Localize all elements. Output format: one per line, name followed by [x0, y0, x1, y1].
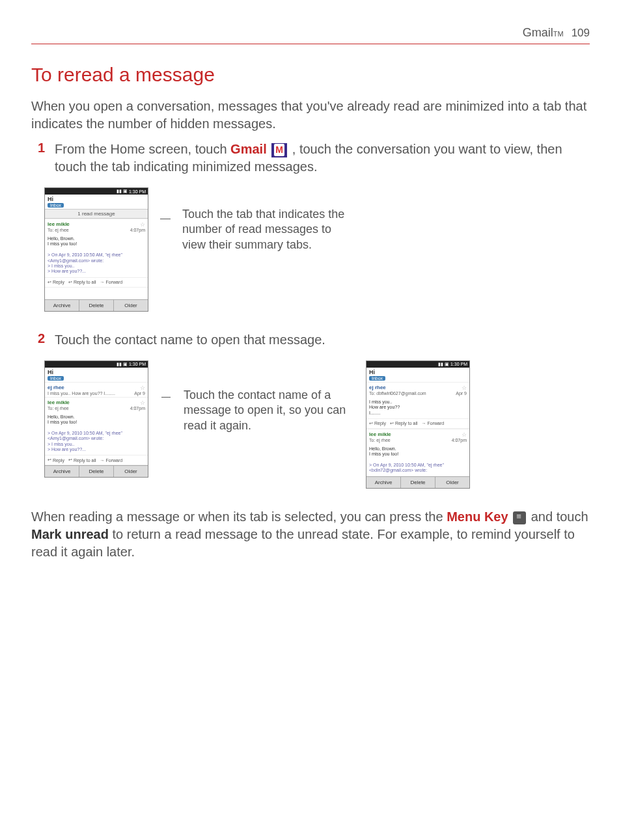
archive-button-2[interactable]: Archive [45, 466, 79, 477]
msg3-time: 4:07pm [452, 438, 467, 442]
reply-arrow-icon-3a: ↩ [369, 421, 373, 426]
msg2-snippet: I miss you.. How are you?? I........ [48, 391, 115, 396]
bottom-buttons-3: Archive Delete Older [366, 476, 469, 488]
step-1: 1 From the Home screen, touch Gmail , to… [38, 141, 590, 176]
figure-row-2: ▮▮ ▣ 1:30 PM Hi Inbox ej rhee ☆ I miss y… [44, 360, 590, 489]
status-time-3: 1:30 PM [450, 362, 467, 366]
msg3-from-a: ej rhee [369, 385, 462, 390]
reply-button-2[interactable]: ↩Reply [48, 457, 64, 463]
msg3-date: Apr 9 [456, 391, 467, 396]
msg3-body-b: Hello, Brown. I miss you too! > On Apr 9… [366, 444, 469, 476]
reply-all-arrow-icon-3a: ↩ [390, 421, 394, 426]
intro-paragraph: When you open a conversation, messages t… [31, 98, 590, 133]
closing-menu-key-label: Menu Key [447, 509, 508, 524]
leader-line-1 [160, 219, 171, 219]
step-2-number: 2 [38, 331, 52, 349]
leader-line-2 [161, 397, 171, 398]
inbox-tag-3: Inbox [369, 376, 385, 381]
header-tm: TM [553, 30, 564, 38]
section-title: To reread a message [31, 64, 590, 86]
msg2-from-b: lee mikle [48, 400, 140, 405]
reply-arrow-icon: ↩ [48, 280, 51, 285]
reply-all-button[interactable]: ↩Reply to all [68, 280, 96, 285]
older-button[interactable]: Older [114, 300, 148, 311]
msg3-to-b: To: ej rhee [369, 438, 391, 442]
subject-line-3: Hi [366, 368, 469, 375]
reply-arrow-icon-2: ↩ [48, 457, 51, 463]
star-icon-2b[interactable]: ☆ [140, 400, 145, 406]
msg3-actions-a: ↩Reply ↩Reply to all →Forward [366, 418, 469, 429]
subject-line: Hi [45, 195, 148, 202]
msg2-header-b[interactable]: lee mikle ☆ [45, 397, 148, 406]
forward-button[interactable]: →Forward [100, 280, 123, 284]
msg3-to: To: dbflwlrl0627@gmail.com [369, 391, 426, 396]
msg2-quoted-3: > I miss you.. [48, 442, 145, 447]
signal-icon: ▮▮ [117, 189, 122, 194]
archive-button-3[interactable]: Archive [366, 477, 401, 488]
msg3-body-a: I miss you.. How are you?? I........ [366, 397, 469, 418]
closing-paragraph: When reading a message or when its tab i… [31, 508, 590, 561]
msg-actions: ↩Reply ↩Reply to all →Forward [45, 277, 148, 288]
forward-button-2[interactable]: →Forward [100, 458, 123, 463]
step-1-pre: From the Home screen, touch [55, 142, 230, 156]
msg2-body: Hello, Brown. I miss you too! > On Apr 9… [45, 412, 148, 455]
inbox-tag-2: Inbox [48, 376, 64, 381]
step-2: 2 Touch the contact name to open that me… [38, 331, 590, 349]
msg3b-line-1: Hello, Brown. [369, 446, 467, 452]
star-icon-3b[interactable]: ☆ [462, 431, 467, 438]
msg3-header-b[interactable]: lee mikle ☆ [366, 429, 469, 438]
caption-1: Touch the tab that indicates the number … [182, 187, 352, 252]
older-button-2[interactable]: Older [114, 466, 148, 477]
msg3-body-line-3: I........ [369, 411, 467, 416]
star-icon-3a[interactable]: ☆ [462, 385, 467, 391]
quoted-line-4: > How are you??... [48, 269, 145, 274]
msg2-body-line-1: Hello, Brown. [48, 414, 145, 420]
battery-icon: ▣ [123, 189, 128, 194]
delete-button-2[interactable]: Delete [79, 466, 114, 477]
msg2-subheader-a: I miss you.. How are you?? I........ Apr… [45, 391, 148, 397]
delete-button[interactable]: Delete [79, 300, 114, 311]
msg-body: Hello, Brown. I miss you too! > On Apr 9… [45, 234, 148, 277]
page-header: Gmail TM 109 [31, 26, 590, 44]
msg3-body-line-1: I miss you.. [369, 400, 467, 405]
reply-button-3a[interactable]: ↩Reply [369, 421, 386, 426]
quoted-line-1: > On Apr 9, 2010 10:50 AM, "ej rhee" [48, 252, 145, 258]
phone-mock-2: ▮▮ ▣ 1:30 PM Hi Inbox ej rhee ☆ I miss y… [44, 360, 148, 478]
msg3-from-b: lee mikle [369, 431, 462, 437]
delete-button-3[interactable]: Delete [401, 477, 435, 488]
msg-header[interactable]: lee mikle ☆ [45, 219, 148, 228]
closing-post: to return a read message to the unread s… [31, 527, 575, 559]
msg-to: To: ej rhee [48, 228, 69, 232]
status-time: 1:30 PM [129, 189, 146, 194]
quoted-line-3: > I miss you.. [48, 264, 145, 269]
msg2-header-a[interactable]: ej rhee ☆ [45, 382, 148, 391]
step-1-number: 1 [38, 141, 52, 176]
battery-icon-3: ▣ [445, 362, 449, 367]
reply-button[interactable]: ↩Reply [48, 280, 64, 285]
reply-all-button-2[interactable]: ↩Reply to all [68, 457, 96, 463]
star-icon[interactable]: ☆ [140, 221, 145, 228]
menu-key-icon [513, 511, 526, 524]
status-time-2: 1:30 PM [129, 362, 146, 366]
msg-from: lee mikle [48, 221, 140, 227]
archive-button[interactable]: Archive [45, 300, 79, 311]
msg3-header-a[interactable]: ej rhee ☆ [366, 382, 469, 391]
read-messages-tab[interactable]: 1 read message [45, 209, 148, 219]
older-button-3[interactable]: Older [435, 477, 469, 488]
star-icon-2a[interactable]: ☆ [140, 385, 145, 391]
reply-all-button-3a[interactable]: ↩Reply to all [390, 421, 418, 426]
statusbar: ▮▮ ▣ 1:30 PM [45, 188, 148, 195]
step-2-text: Touch the contact name to open that mess… [55, 331, 325, 349]
forward-button-3a[interactable]: →Forward [422, 421, 445, 426]
forward-arrow-icon-3a: → [422, 421, 426, 426]
body-line-1: Hello, Brown. [48, 236, 145, 241]
statusbar-3: ▮▮ ▣ 1:30 PM [366, 361, 469, 368]
step-1-body: From the Home screen, touch Gmail , touc… [55, 141, 590, 176]
statusbar-2: ▮▮ ▣ 1:30 PM [45, 361, 148, 368]
msg2-quoted-4: > How are you??... [48, 447, 145, 452]
header-page-number: 109 [572, 27, 590, 40]
msg2-quoted-1: > On Apr 9, 2010 10:50 AM, "ej rhee" [48, 431, 145, 436]
closing-mid: and touch [531, 509, 588, 524]
phone-mock-3: ▮▮ ▣ 1:30 PM Hi Inbox ej rhee ☆ To: dbfl… [366, 360, 470, 489]
forward-arrow-icon: → [100, 280, 105, 284]
